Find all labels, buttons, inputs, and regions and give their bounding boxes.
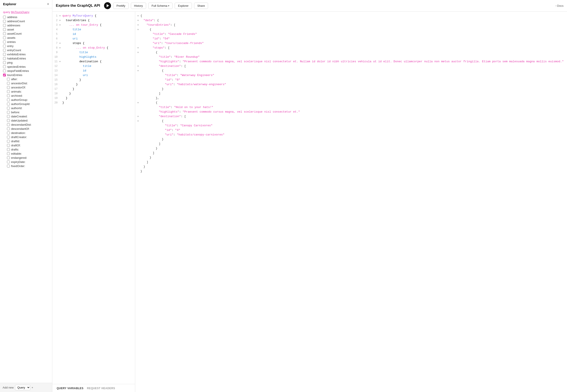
result-line: "title": "River Roundup" xyxy=(137,55,567,59)
sidebar-item-draftCreator[interactable]: draftCreator: xyxy=(0,135,52,139)
result-line: } xyxy=(137,137,567,142)
result-collapse-arrow[interactable]: ▼ xyxy=(137,50,140,55)
full-schema-button[interactable]: Full Schema ▾ xyxy=(148,3,173,9)
sidebar-item-ancestorDist[interactable]: ancestorDist: xyxy=(0,81,52,85)
sidebar-footer: Add new Query + xyxy=(0,383,52,392)
result-collapse-arrow xyxy=(137,37,140,37)
result-collapse-arrow[interactable]: ▼ xyxy=(137,101,140,105)
collapse-arrow[interactable]: ▼ xyxy=(59,23,62,27)
result-line: ▼{ xyxy=(137,14,567,18)
sidebar-item-stopsFieldEntries[interactable]: stopsFieldEntries xyxy=(0,69,52,73)
history-button[interactable]: History xyxy=(131,3,146,9)
result-collapse-arrow xyxy=(137,151,140,152)
result-collapse-arrow[interactable]: ▼ xyxy=(137,14,140,18)
result-collapse-arrow xyxy=(137,59,140,60)
result-collapse-arrow[interactable]: ▼ xyxy=(137,64,140,68)
sidebar-item-entryCount[interactable]: entryCount xyxy=(0,48,52,52)
collapse-arrow[interactable]: ▼ xyxy=(59,18,62,22)
bottom-tab-requestheaders[interactable]: REQUEST HEADERS xyxy=(85,386,117,391)
sidebar-item-addresses[interactable]: addresses xyxy=(0,23,52,28)
result-collapse-arrow[interactable]: ▼ xyxy=(137,23,140,27)
collapse-arrow xyxy=(59,96,62,97)
sidebar-item-exhibitsEntries[interactable]: exhibitsEntries xyxy=(0,52,52,56)
sidebar-item-assetCount[interactable]: assetCount xyxy=(0,32,52,36)
bottom-tab-queryvariables[interactable]: QUERY VARIABLES xyxy=(55,386,85,391)
result-collapse-arrow[interactable]: ▼ xyxy=(137,46,140,50)
result-collapse-arrow[interactable]: ▼ xyxy=(137,18,140,22)
collapse-arrow xyxy=(59,87,62,87)
sidebar-item-after[interactable]: after: xyxy=(0,77,52,81)
code-line: 1▼query MyToursQuery { xyxy=(52,14,135,18)
sidebar-item-destination[interactable]: destination: xyxy=(0,131,52,135)
result-line: } xyxy=(137,165,567,169)
explorer-button[interactable]: Explorer xyxy=(175,3,192,9)
sidebar-item-descendantDist[interactable]: descendantDist: xyxy=(0,123,52,127)
sidebar-query-label: query MyToursQuery xyxy=(0,8,52,14)
code-line: 11▼ destination { xyxy=(52,59,135,64)
query-name[interactable]: MyToursQuery xyxy=(11,11,30,14)
share-button[interactable]: Share xyxy=(194,3,208,9)
main-area: Explore the GraphQL API Prettify History… xyxy=(52,0,567,392)
run-button[interactable] xyxy=(104,2,111,9)
result-line: "uri": "tours/cascade-friends" xyxy=(137,41,567,46)
sidebar-item-addressCount[interactable]: addressCount xyxy=(0,19,52,23)
result-line: ] xyxy=(137,142,567,146)
code-line: 10 highlights xyxy=(52,55,135,59)
result-line: "title": "Canopy Carnivores" xyxy=(137,124,567,128)
sidebar-item-endangered[interactable]: endangered: xyxy=(0,156,52,160)
sidebar-item-authorGroup[interactable]: authorGroup: xyxy=(0,98,52,102)
sidebar-item-ping[interactable]: ping xyxy=(0,60,52,65)
sidebar-item-dateUpdated[interactable]: dateUpdated: xyxy=(0,118,52,123)
sidebar-item-fixedOrder[interactable]: fixedOrder: xyxy=(0,164,52,168)
result-collapse-arrow xyxy=(137,96,140,97)
sidebar-item-draftId[interactable]: draftId: xyxy=(0,139,52,143)
sidebar-item-entries[interactable]: entries xyxy=(0,40,52,44)
code-line: 14 uri xyxy=(52,73,135,78)
collapse-arrow[interactable]: ▼ xyxy=(59,46,62,50)
add-new-label: Add new xyxy=(3,386,14,389)
prettify-button[interactable]: Prettify xyxy=(113,3,128,9)
add-new-plus-button[interactable]: + xyxy=(32,386,33,389)
sidebar-item-editable[interactable]: editable: xyxy=(0,152,52,156)
sidebar-item-drafts[interactable]: drafts: xyxy=(0,147,52,152)
collapse-arrow[interactable]: ▼ xyxy=(59,59,62,64)
result-collapse-arrow[interactable]: ▼ xyxy=(137,119,140,123)
sidebar-item-address[interactable]: address xyxy=(0,15,52,19)
sidebar-item-assets[interactable]: assets xyxy=(0,36,52,40)
docs-link[interactable]: ‹ Docs xyxy=(556,4,564,7)
collapse-arrow[interactable]: ▼ xyxy=(59,41,62,45)
sidebar-item-toursEntries[interactable]: toursEntries xyxy=(0,73,52,77)
result-collapse-arrow xyxy=(137,169,140,170)
sidebar-item-dateCreated[interactable]: dateCreated: xyxy=(0,114,52,118)
result-line: "uri": "habitats/waterway-engineers" xyxy=(137,82,567,87)
result-collapse-arrow xyxy=(137,78,140,78)
sidebar-item-descendantOf[interactable]: descendantOf: xyxy=(0,127,52,131)
code-line: 19 } xyxy=(52,96,135,101)
sidebar-item-expiryDate[interactable]: expiryDate: xyxy=(0,160,52,164)
sidebar-item-entry[interactable]: entry xyxy=(0,44,52,48)
sidebar-item-ancestorOf[interactable]: ancestorOf: xyxy=(0,85,52,89)
sidebar-item-animals[interactable]: animals: xyxy=(0,89,52,94)
result-collapse-arrow xyxy=(137,137,140,138)
result-collapse-arrow[interactable]: ▼ xyxy=(137,69,140,73)
sidebar-item-before[interactable]: before: xyxy=(0,110,52,114)
sidebar-item-habitatsEntries[interactable]: habitatsEntries xyxy=(0,56,52,60)
result-line: } xyxy=(137,155,567,160)
sidebar-title: Explorer xyxy=(3,2,16,6)
result-collapse-arrow xyxy=(137,165,140,165)
result-line: ] xyxy=(137,91,567,96)
sidebar-item-asset[interactable]: asset xyxy=(0,28,52,32)
result-collapse-arrow[interactable]: ▼ xyxy=(137,28,140,32)
sidebar-close-button[interactable]: × xyxy=(47,2,49,6)
sidebar-item-archived[interactable]: archived: xyxy=(0,94,52,98)
sidebar-item-authorGroupId[interactable]: authorGroupId: xyxy=(0,102,52,106)
sidebar-item-authorId[interactable]: authorId: xyxy=(0,106,52,110)
query-editor-code[interactable]: 1▼query MyToursQuery {2▼ toursEntries {3… xyxy=(52,12,135,384)
sidebar-item-draftOf[interactable]: draftOf: xyxy=(0,143,52,147)
collapse-arrow[interactable]: ▼ xyxy=(59,14,62,18)
sidebar-item-speciesEntries[interactable]: speciesEntries xyxy=(0,65,52,69)
code-line: 13 id xyxy=(52,69,135,73)
add-new-select[interactable]: Query xyxy=(15,385,30,390)
result-collapse-arrow[interactable]: ▼ xyxy=(137,114,140,118)
result-line: ▼{ xyxy=(137,69,567,73)
